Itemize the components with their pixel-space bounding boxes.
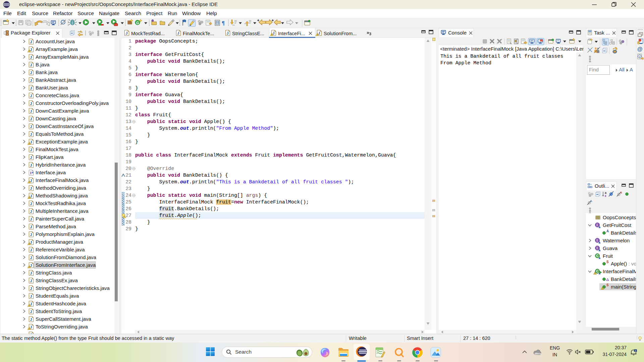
svg-text:¶: ¶ (222, 20, 225, 26)
svg-text:G: G (136, 21, 139, 25)
svg-text:2: 2 (635, 350, 636, 352)
svg-text:{: { (639, 55, 641, 58)
svg-text:z: z (605, 194, 606, 197)
svg-text:L: L (591, 199, 592, 202)
svg-text:S: S (620, 191, 622, 194)
svg-text:x: x (541, 40, 542, 42)
